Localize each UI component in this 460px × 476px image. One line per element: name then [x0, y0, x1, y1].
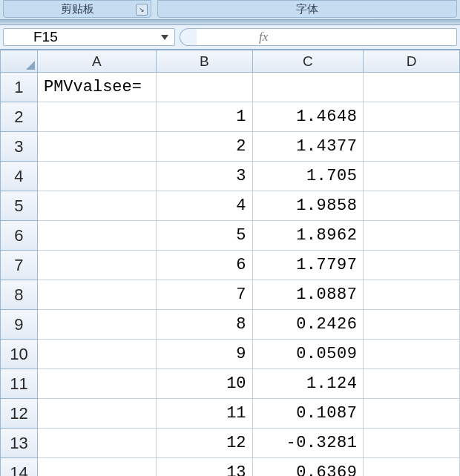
clipboard-dialog-launcher-icon[interactable]: ↘ — [136, 4, 148, 16]
cell-A3[interactable] — [37, 132, 156, 162]
table-row: 11101.124 — [1, 369, 460, 399]
ribbon-group-labels: 剪贴板 ↘ 字体 — [0, 0, 460, 20]
cell-A7[interactable] — [37, 251, 156, 280]
row-header[interactable]: 6 — [1, 221, 38, 251]
worksheet[interactable]: A B C D 1PMVvalsee=211.4648321.4377431.7… — [0, 50, 460, 476]
row-header[interactable]: 7 — [1, 251, 38, 280]
cell-C2[interactable]: 1.4648 — [252, 102, 364, 132]
cell-B4[interactable]: 3 — [156, 162, 252, 191]
cell-A8[interactable] — [37, 280, 156, 310]
cell-D4[interactable] — [364, 162, 460, 191]
cell-D3[interactable] — [364, 132, 460, 162]
formula-bar: F15 fx — [0, 25, 460, 50]
cell-C3[interactable]: 1.4377 — [252, 132, 364, 162]
cell-A11[interactable] — [37, 369, 156, 399]
name-box[interactable]: F15 — [3, 28, 175, 46]
cell-C8[interactable]: 1.0887 — [252, 280, 364, 310]
ribbon-group-font-label: 字体 — [296, 2, 318, 16]
cell-B11[interactable]: 10 — [156, 369, 252, 399]
row-header[interactable]: 12 — [1, 399, 38, 429]
table-row: 761.7797 — [1, 251, 460, 280]
row-header[interactable]: 3 — [1, 132, 38, 162]
formula-bar-curve — [180, 28, 197, 46]
table-row: 211.4648 — [1, 102, 460, 132]
grid-table: A B C D 1PMVvalsee=211.4648321.4377431.7… — [0, 50, 460, 476]
col-header-A[interactable]: A — [37, 50, 156, 73]
ribbon-group-clipboard[interactable]: 剪贴板 ↘ — [3, 0, 151, 18]
name-box-value: F15 — [33, 29, 58, 45]
cell-D8[interactable] — [364, 280, 460, 310]
row-header[interactable]: 4 — [1, 162, 38, 191]
row-header[interactable]: 9 — [1, 310, 38, 340]
row-header[interactable]: 2 — [1, 102, 38, 132]
cell-A13[interactable] — [37, 429, 156, 458]
cell-B8[interactable]: 7 — [156, 280, 252, 310]
col-header-C[interactable]: C — [252, 50, 364, 73]
cell-A5[interactable] — [37, 191, 156, 221]
ribbon-shadow — [0, 20, 460, 25]
cell-B12[interactable]: 11 — [156, 399, 252, 429]
table-row: 871.0887 — [1, 280, 460, 310]
cell-D14[interactable] — [364, 458, 460, 477]
cell-B10[interactable]: 9 — [156, 340, 252, 369]
formula-input[interactable] — [277, 28, 456, 46]
cell-D13[interactable] — [364, 429, 460, 458]
cell-C12[interactable]: 0.1087 — [252, 399, 364, 429]
row-header[interactable]: 11 — [1, 369, 38, 399]
cell-D1[interactable] — [364, 73, 460, 102]
cell-A1[interactable]: PMVvalsee= — [37, 73, 156, 102]
cell-B1[interactable] — [156, 73, 252, 102]
table-row: 12110.1087 — [1, 399, 460, 429]
cell-B13[interactable]: 12 — [156, 429, 252, 458]
row-header[interactable]: 13 — [1, 429, 38, 458]
cell-A2[interactable] — [37, 102, 156, 132]
cell-A4[interactable] — [37, 162, 156, 191]
cell-D9[interactable] — [364, 310, 460, 340]
cell-B5[interactable]: 4 — [156, 191, 252, 221]
cell-C5[interactable]: 1.9858 — [252, 191, 364, 221]
cell-D10[interactable] — [364, 340, 460, 369]
col-header-D[interactable]: D — [364, 50, 460, 73]
table-row: 14130.6369 — [1, 458, 460, 477]
cell-C9[interactable]: 0.2426 — [252, 310, 364, 340]
cell-C6[interactable]: 1.8962 — [252, 221, 364, 251]
cell-D7[interactable] — [364, 251, 460, 280]
cell-D5[interactable] — [364, 191, 460, 221]
cell-A12[interactable] — [37, 399, 156, 429]
table-row: 431.705 — [1, 162, 460, 191]
cell-C1[interactable] — [252, 73, 364, 102]
cell-A10[interactable] — [37, 340, 156, 369]
cell-C13[interactable]: -0.3281 — [252, 429, 364, 458]
cell-C11[interactable]: 1.124 — [252, 369, 364, 399]
cell-B6[interactable]: 5 — [156, 221, 252, 251]
row-header[interactable]: 5 — [1, 191, 38, 221]
cell-B3[interactable]: 2 — [156, 132, 252, 162]
table-row: 1090.0509 — [1, 340, 460, 369]
cell-D11[interactable] — [364, 369, 460, 399]
fx-icon[interactable]: fx — [259, 30, 268, 44]
cell-B7[interactable]: 6 — [156, 251, 252, 280]
cell-D2[interactable] — [364, 102, 460, 132]
table-row: 541.9858 — [1, 191, 460, 221]
cell-D12[interactable] — [364, 399, 460, 429]
row-header[interactable]: 1 — [1, 73, 38, 102]
cell-B9[interactable]: 8 — [156, 310, 252, 340]
cell-C4[interactable]: 1.705 — [252, 162, 364, 191]
col-header-B[interactable]: B — [156, 50, 252, 73]
cell-C7[interactable]: 1.7797 — [252, 251, 364, 280]
cell-D6[interactable] — [364, 221, 460, 251]
row-header[interactable]: 8 — [1, 280, 38, 310]
name-box-dropdown-icon[interactable] — [161, 35, 168, 40]
select-all-corner[interactable] — [1, 50, 38, 73]
cell-A14[interactable] — [37, 458, 156, 477]
row-header[interactable]: 14 — [1, 458, 38, 477]
cell-C10[interactable]: 0.0509 — [252, 340, 364, 369]
cell-C14[interactable]: 0.6369 — [252, 458, 364, 477]
cell-B14[interactable]: 13 — [156, 458, 252, 477]
cell-A9[interactable] — [37, 310, 156, 340]
ribbon-group-font[interactable]: 字体 — [157, 0, 457, 18]
row-header[interactable]: 10 — [1, 340, 38, 369]
ribbon-group-clipboard-label: 剪贴板 — [61, 2, 94, 16]
cell-B2[interactable]: 1 — [156, 102, 252, 132]
cell-A6[interactable] — [37, 221, 156, 251]
